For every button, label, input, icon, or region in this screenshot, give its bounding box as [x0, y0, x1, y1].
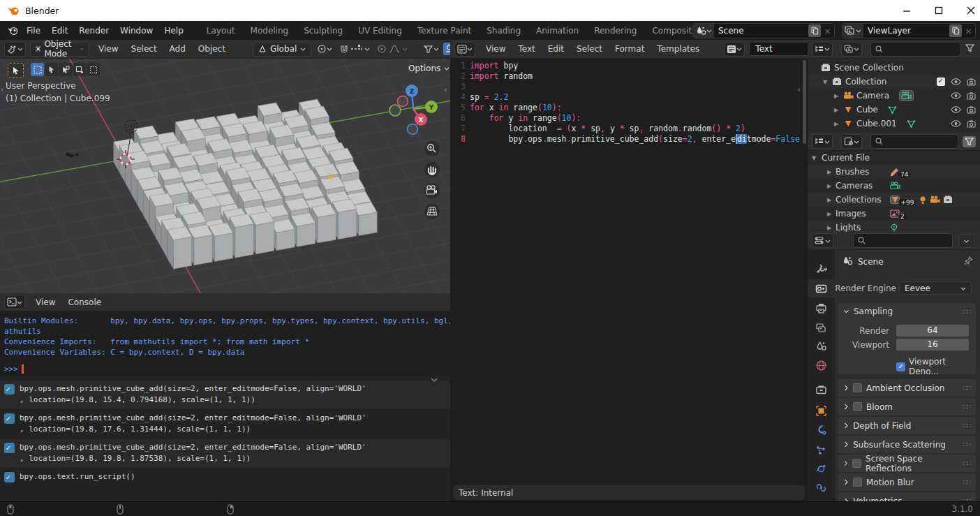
text-sidebar-expand-icon[interactable]: ‹ [796, 85, 801, 94]
text-menu-view[interactable]: View [480, 44, 512, 54]
menu-file[interactable]: File [21, 26, 46, 36]
info-checkbox[interactable] [4, 472, 15, 482]
viewlayer-name[interactable]: ViewLayer [863, 26, 949, 36]
properties-tab-tool[interactable] [808, 259, 835, 277]
info-log-entry[interactable]: bpy.ops.mesh.primitive_cube_add(size=2, … [0, 439, 450, 467]
outliner-row-collection[interactable]: ▼Collection [808, 75, 980, 89]
code-line[interactable]: 5for x in range(10): [450, 103, 808, 113]
outliner-display-mode-icon[interactable] [841, 42, 862, 57]
text-editor-area[interactable]: 1import bpy2import random34sp = 2.25for … [450, 59, 808, 485]
panel-grip-icon[interactable] [963, 478, 970, 486]
cursor-tool-button[interactable] [87, 63, 100, 76]
chevron-right-icon[interactable]: ▶ [833, 93, 840, 99]
maximize-button[interactable] [923, 0, 955, 21]
text-menu-select[interactable]: Select [570, 44, 609, 54]
panel-grip-icon[interactable] [963, 403, 970, 411]
sampling-panel-header[interactable]: Sampling [838, 303, 976, 320]
outliner-row-camera[interactable]: ▶Camera [808, 89, 980, 103]
hide-eye-icon[interactable] [951, 92, 961, 99]
panel-grip-icon[interactable] [963, 441, 970, 448]
info-checkbox[interactable] [4, 384, 15, 395]
blender-menu-icon[interactable] [7, 26, 18, 35]
blendfile-category-label[interactable]: Images [836, 209, 887, 219]
console-menu-console[interactable]: Console [61, 297, 107, 307]
console-body[interactable]: Builtin Modules: bpy, bpy.data, bpy.ops,… [0, 311, 450, 376]
panel-checkbox[interactable] [853, 402, 862, 411]
disable-render-camera-icon[interactable] [967, 106, 976, 114]
blendfile-row-brushes[interactable]: ▶Brushes74 [808, 165, 980, 179]
panel-checkbox[interactable] [853, 383, 862, 392]
text-menu-edit[interactable]: Edit [542, 44, 570, 54]
render-engine-dropdown[interactable]: Eevee [899, 281, 972, 295]
chevron-right-icon[interactable]: ▶ [833, 107, 840, 113]
panel-grip-icon[interactable] [963, 308, 970, 316]
viewport-denoising-checkbox[interactable] [896, 362, 905, 371]
editor-type-outliner-icon[interactable] [812, 42, 833, 57]
panel-ambient-occlusion[interactable]: Ambient Occlusion [838, 379, 976, 397]
outliner-row-cube-001[interactable]: ▶▼Cube.001 [808, 117, 980, 131]
workspace-tab-texture-paint[interactable]: Texture Paint [416, 24, 473, 38]
code-line[interactable]: 6 for y in range(10): [450, 113, 808, 124]
select-lasso-tool-button[interactable] [73, 63, 86, 76]
show-gizmo-icon[interactable] [423, 44, 439, 54]
select-tweak-tool-button[interactable] [45, 63, 58, 76]
properties-tab-collection[interactable] [808, 381, 835, 399]
editor-type-console-icon[interactable] [4, 295, 25, 309]
panel-checkbox[interactable] [852, 459, 861, 468]
properties-tab-constraint[interactable] [808, 478, 835, 496]
info-checkbox[interactable] [4, 413, 15, 424]
text-menu-format[interactable]: Format [609, 44, 651, 54]
chevron-right-icon[interactable]: ▶ [826, 197, 833, 203]
code-line[interactable]: 8 bpy.ops.mesh.primitive_cube_add(size=2… [450, 134, 808, 145]
viewport-area[interactable]: ZYX Options User Perspective (1) Collect… [0, 59, 450, 293]
scene-name[interactable]: Scene [714, 26, 808, 36]
outliner-filter-icon[interactable] [965, 44, 974, 54]
properties-tab-world[interactable] [808, 356, 835, 374]
mesh-data-icon[interactable] [888, 106, 897, 114]
workspace-tab-sculpting[interactable]: Sculpting [302, 24, 344, 38]
properties-tab-physics[interactable] [808, 459, 835, 478]
viewlayer-icon[interactable] [842, 24, 863, 38]
disable-render-camera-icon[interactable] [967, 78, 976, 86]
remove-viewlayer-icon[interactable]: × [962, 26, 975, 36]
info-log-entry[interactable]: bpy.ops.mesh.primitive_cube_add(size=2, … [0, 381, 450, 408]
chevron-down-icon[interactable]: ▼ [810, 155, 817, 161]
exclude-checkbox[interactable] [937, 78, 945, 86]
mesh-data-icon[interactable] [907, 120, 916, 128]
proportional-editing-icon[interactable] [377, 44, 408, 54]
panel-motion-blur[interactable]: Motion Blur [838, 473, 976, 491]
info-log-entry[interactable]: bpy.ops.text.run_script() [0, 469, 450, 485]
code-line[interactable]: 3 [450, 82, 808, 92]
menu-render[interactable]: Render [73, 26, 114, 36]
orientation-dropdown[interactable]: Global [253, 42, 311, 57]
close-button[interactable] [955, 0, 980, 21]
scene-breadcrumb-icon[interactable] [842, 256, 853, 268]
chevron-right-icon[interactable]: ▶ [833, 121, 840, 127]
blendfile-row-collections[interactable]: ▶Collections▼+99 [808, 193, 980, 207]
panel-grip-icon[interactable] [963, 384, 970, 392]
panel-grip-icon[interactable] [963, 422, 970, 429]
pivot-point-icon[interactable] [317, 44, 332, 54]
code-line[interactable]: 7 location = (x * sp, y * sp, random.ran… [450, 124, 808, 134]
info-checkbox[interactable] [4, 443, 15, 453]
sampling-render-value[interactable]: 64 [896, 325, 969, 337]
console-cursor[interactable] [22, 364, 24, 374]
properties-tab-scene[interactable] [808, 337, 835, 355]
properties-tab-particles[interactable] [808, 441, 835, 459]
panel-bloom[interactable]: Bloom [838, 398, 976, 415]
text-scrollbar[interactable] [803, 60, 806, 144]
minimize-button[interactable] [891, 0, 923, 21]
hide-eye-icon[interactable] [951, 78, 961, 85]
blendfile-category-label[interactable]: Collections [836, 195, 887, 205]
panel-volumetrics[interactable]: Volumetrics [838, 492, 976, 501]
camera-data-icon[interactable] [899, 90, 914, 101]
outliner-item-label[interactable]: Camera [856, 91, 889, 101]
scene-icon[interactable] [693, 24, 714, 38]
select-box-tool-button[interactable] [31, 63, 44, 76]
workspace-tab-layout[interactable]: Layout [205, 24, 237, 38]
blendfile-category-label[interactable]: Brushes [836, 167, 887, 177]
copy-scene-icon[interactable] [808, 24, 821, 37]
viewport-menu-object[interactable]: Object [192, 44, 232, 54]
editor-type-text-icon[interactable] [454, 42, 475, 57]
panel-checkbox[interactable] [853, 478, 862, 487]
